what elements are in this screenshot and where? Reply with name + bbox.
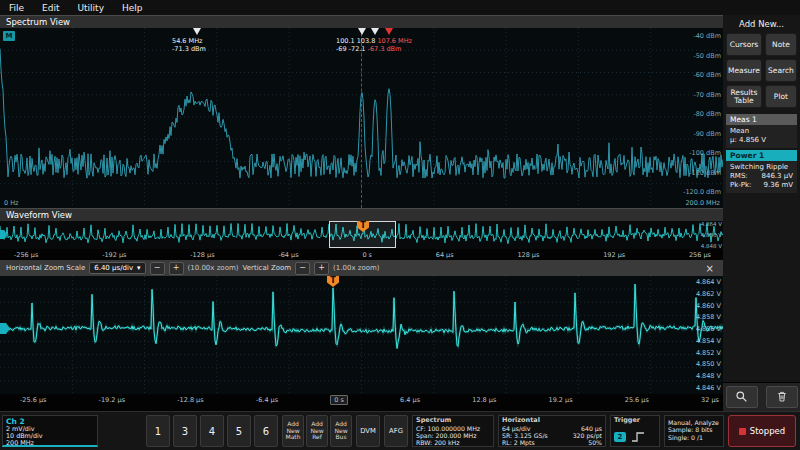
spectrum-plot[interactable]: M 54.6 MHz -71.3 dBm 100.1 103.8 107.6 M…: [0, 28, 723, 208]
add-new-button[interactable]: Search: [765, 59, 797, 82]
overview-time-label: -128 µs: [190, 251, 214, 259]
zoom-trace-canvas: [0, 276, 723, 394]
marker-1-freq: 54.6 MHz: [172, 37, 206, 45]
channel-button[interactable]: 4: [200, 415, 224, 447]
zoom-time-axis: -25.6 µs-19.2 µs-12.8 µs-6.4 µs0 s6.4 µs…: [0, 394, 723, 406]
run-stop-button[interactable]: Stopped: [728, 415, 796, 447]
spectrum-span: Span: 200.000 MHz: [416, 432, 490, 439]
acquisition-settings-panel[interactable]: Manual, Analyze Sample: 8 bits Single: 0…: [664, 415, 724, 447]
marker-c-icon[interactable]: [371, 28, 379, 35]
zoom-time-label: 6.4 µs: [400, 396, 420, 404]
channel-button[interactable]: 1: [146, 415, 170, 447]
overview-time-label: -192 µs: [102, 251, 126, 259]
spectrum-rbw: RBW: 200 kHz: [416, 439, 490, 446]
results-sidebar: Add New... CursorsNoteMeasureSearchResul…: [723, 15, 800, 411]
add-new-button[interactable]: Plot: [765, 85, 797, 108]
channel-button[interactable]: 6: [254, 415, 278, 447]
overview-time-label: -64 µs: [278, 251, 298, 259]
trigger-panel-title: Trigger: [614, 417, 656, 425]
vertical-zoom-label: Vertical Zoom: [242, 264, 291, 272]
display-area: Spectrum View M 54.6 MHz -71.3 dBm 100.1…: [0, 15, 724, 411]
add-new-math-button[interactable]: Add New Math: [282, 415, 304, 447]
overview-time-label: 128 µs: [517, 251, 539, 259]
reference-marker-icon[interactable]: [385, 28, 393, 35]
overview-time-label: 64 µs: [436, 251, 454, 259]
spectrum-settings-panel[interactable]: Spectrum CF: 100.000000 MHz Span: 200.00…: [412, 415, 494, 447]
dvm-button[interactable]: DVM: [356, 415, 380, 447]
chevron-down-icon: ▾: [137, 264, 141, 272]
channel-button[interactable]: 3: [173, 415, 197, 447]
zoom-time-label: 12.8 µs: [472, 396, 496, 404]
waveform-view-panel: Waveform View T 4.864 V4.856 V4.848 V -2…: [0, 208, 723, 411]
marker-b-icon[interactable]: [358, 28, 366, 35]
waveform-view-title: Waveform View: [0, 208, 723, 222]
overview-time-label: 256 µs: [689, 251, 711, 259]
trigger-source-chip: 2: [614, 432, 626, 442]
marker-ref-freq: 107.6 MHz: [377, 37, 412, 45]
sidebar-footer: [723, 382, 800, 411]
channel-2-badge[interactable]: Ch 2 2 mV/div 10 dBm/div 200 MHz: [2, 415, 98, 447]
measurement-badge-power1[interactable]: Power 1 Switching Ripple RMS: 846.3 µV P…: [726, 150, 797, 193]
power1-header: Power 1: [726, 150, 797, 161]
horizontal-position: 50%: [588, 439, 602, 446]
add-new-ref-button[interactable]: Add New Ref: [306, 415, 328, 447]
vertical-zoom-out-button[interactable]: −: [295, 262, 310, 275]
channel-button[interactable]: 5: [227, 415, 251, 447]
spectrum-view-title: Spectrum View: [0, 15, 723, 29]
horizontal-settings-panel[interactable]: Horizontal 64 µs/div 640 µs SR: 3.125 GS…: [498, 415, 606, 447]
add-new-button[interactable]: Note: [765, 33, 797, 56]
add-new-bus-button[interactable]: Add New Bus: [330, 415, 352, 447]
overview-time-label: -256 µs: [14, 251, 38, 259]
add-new-title: Add New...: [723, 15, 800, 31]
settings-bar: Ch 2 2 mV/div 10 dBm/div 200 MHz 13456 A…: [0, 411, 800, 450]
meas1-name: Mean: [730, 127, 793, 136]
horizontal-zoom-scale-label: Horizontal Zoom Scale: [6, 264, 85, 272]
add-new-button[interactable]: Cursors: [726, 33, 762, 56]
menu-item[interactable]: Utility: [69, 3, 113, 13]
acquisition-single: Single: 0 /1: [668, 434, 720, 441]
spectrum-cf: CF: 100.000000 MHz: [416, 425, 490, 432]
zoom-time-label: -19.2 µs: [99, 396, 125, 404]
menu-item[interactable]: File: [0, 3, 33, 13]
add-math-line: Math: [285, 434, 300, 441]
power1-rms-label: RMS:: [730, 172, 748, 181]
zoom-time-label: 32 µs: [701, 396, 719, 404]
afg-button[interactable]: AFG: [384, 415, 408, 447]
zoom-mode-button[interactable]: [726, 386, 758, 408]
measurement-badge-meas1[interactable]: Meas 1 Mean µ: 4.856 V: [726, 114, 797, 148]
trash-icon: [776, 388, 788, 407]
add-new-button[interactable]: Results Table: [726, 85, 762, 108]
meas1-header: Meas 1: [726, 114, 797, 125]
horizontal-zoom-in-button[interactable]: +: [169, 262, 184, 275]
menu-bar: FileEditUtilityHelp: [0, 0, 800, 16]
math-spectrum-badge[interactable]: M: [3, 31, 15, 41]
channel-button-group: 13456: [146, 415, 280, 447]
marker-1-level: -71.3 dBm: [172, 45, 206, 53]
zoomed-waveform-plot[interactable]: T 4.864 V4.862 V4.860 V4.858 V4.856 V4.8…: [0, 276, 723, 394]
vertical-zoom-in-button[interactable]: +: [314, 262, 329, 275]
marker-a-icon[interactable]: [193, 28, 201, 35]
stopped-icon: [739, 428, 746, 435]
marker-ref-level: -67.3 dBm: [368, 45, 402, 53]
horizontal-scale: 64 µs/div: [502, 425, 530, 432]
overview-time-label: 192 µs: [603, 251, 625, 259]
horizontal-zoom-out-button[interactable]: −: [150, 262, 165, 275]
acquisition-mode: Manual, Analyze: [668, 419, 720, 426]
magnifier-icon: [735, 388, 748, 407]
marker-1-label: 54.6 MHz -71.3 dBm: [172, 37, 206, 53]
horizontal-zoom-scale-select[interactable]: 6.40 µs/div ▾: [89, 262, 145, 274]
close-zoom-icon[interactable]: ×: [703, 263, 717, 274]
add-new-button[interactable]: Measure: [726, 59, 762, 82]
trigger-settings-panel[interactable]: Trigger 2: [610, 415, 660, 447]
zoom-time-label: -25.6 µs: [20, 396, 46, 404]
marker-group-levels: -69 -72.1: [336, 45, 366, 53]
add-ref-line: Ref: [312, 434, 322, 441]
vertical-zoom-factor: (1.00x zoom): [333, 264, 379, 272]
add-new-button-grid: CursorsNoteMeasureSearchResults TablePlo…: [723, 31, 800, 112]
menu-item[interactable]: Edit: [33, 3, 68, 13]
oscilloscope-app: FileEditUtilityHelp Spectrum View M 54.6…: [0, 0, 800, 450]
zoom-time-label: -6.4 µs: [256, 396, 278, 404]
delete-button[interactable]: [766, 386, 798, 408]
waveform-overview-strip[interactable]: T 4.864 V4.856 V4.848 V: [0, 221, 723, 249]
menu-item[interactable]: Help: [113, 3, 152, 13]
